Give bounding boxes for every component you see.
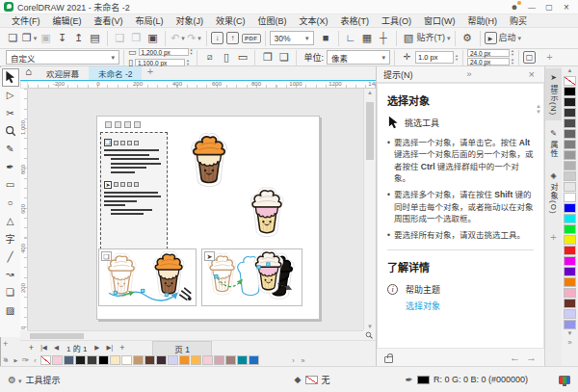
doc-swatch[interactable] [64, 355, 74, 365]
drop-shadow-tool[interactable]: ❏ [2, 283, 19, 301]
landscape-button[interactable]: ▭ [234, 49, 250, 66]
swatch[interactable] [564, 203, 576, 213]
options-gear-button[interactable]: ⚙ [460, 30, 476, 47]
cupcake-orange-artwork[interactable] [184, 132, 234, 188]
tab-welcome-screen[interactable]: 欢迎屏幕 [37, 66, 89, 80]
launch-dropdown[interactable]: 启动 [499, 30, 522, 47]
swatch[interactable] [564, 214, 576, 223]
swatch[interactable] [564, 246, 576, 255]
palette-flyout-button[interactable]: » [2, 357, 11, 364]
ruler-origin-corner[interactable] [20, 81, 28, 89]
units-select[interactable]: 像素 [327, 50, 390, 65]
minimize-button[interactable]: — [524, 1, 539, 13]
menu-buy[interactable]: 购买 [504, 14, 533, 27]
menu-text[interactable]: 文本(X) [294, 14, 334, 27]
dup-y-stepper[interactable]: ▲▼ [511, 58, 514, 65]
vertical-scroll-thumb[interactable] [366, 102, 374, 160]
swatch[interactable] [564, 299, 576, 308]
menu-tools[interactable]: 工具(O) [376, 14, 417, 27]
doc-swatch[interactable] [98, 355, 109, 365]
docker-tab-properties[interactable]: ✎ 属性 [545, 124, 562, 163]
doc-swatch[interactable] [87, 355, 97, 365]
open-from-cloud-button[interactable]: ↧ [54, 30, 70, 47]
open-button[interactable]: ❐ [21, 30, 38, 47]
eyedropper-icon[interactable]: ✑ [21, 355, 30, 365]
duplicate-y-field[interactable]: 24.0 px [467, 58, 510, 65]
rectangle-tool[interactable]: ▭ [2, 176, 19, 195]
zoom-level-select[interactable]: 30% [270, 31, 314, 45]
horizontal-scroll-thumb[interactable] [30, 333, 84, 339]
doc-swatch[interactable] [133, 355, 144, 365]
new-document-tab-button[interactable]: + [142, 63, 158, 80]
artistic-media-tool[interactable]: ✒ [2, 158, 19, 176]
maximize-button[interactable]: ▢ [541, 1, 557, 13]
swatch[interactable] [564, 87, 576, 96]
print-button[interactable]: ▤ [87, 30, 103, 47]
new-document-button[interactable]: ❏ [5, 30, 21, 47]
palette-scroll-right[interactable]: › [289, 357, 298, 364]
outline-color-swatch[interactable] [417, 376, 430, 384]
menu-edit[interactable]: 编辑(E) [47, 14, 88, 27]
document-color-settings-icon[interactable] [559, 376, 570, 384]
palette-scroll-up[interactable]: ▲ [567, 66, 573, 75]
scroll-down-arrow[interactable]: ▼ [364, 324, 376, 329]
snap-to-dropdown[interactable]: 贴齐(T) [417, 30, 451, 47]
doc-swatch[interactable] [202, 355, 213, 365]
swatch-none[interactable] [564, 76, 576, 86]
previous-page-button[interactable]: ◀ [51, 342, 62, 353]
vertical-scrollbar[interactable]: ▲ ▼ [363, 89, 375, 330]
grid-toggle-button[interactable]: ▦ [359, 30, 376, 47]
close-docker-icon[interactable]: × [526, 68, 538, 80]
swatch[interactable] [564, 97, 576, 107]
width-stepper[interactable]: ▲▼ [190, 48, 194, 55]
doc-swatch[interactable] [52, 355, 63, 365]
rulers-toggle-button[interactable]: ∟ [343, 30, 359, 47]
undock-icon[interactable]: » [464, 69, 475, 79]
fullscreen-preview-button[interactable]: ■ [318, 30, 334, 47]
palette-arrow-icon[interactable]: ▶ [12, 357, 20, 363]
menu-bitmaps[interactable]: 位图(B) [252, 14, 293, 27]
height-stepper[interactable]: ▲▼ [186, 59, 190, 65]
scroll-up-arrow[interactable]: ▲ [364, 90, 376, 95]
swatch[interactable] [564, 256, 576, 266]
palette-overflow[interactable]: » [567, 338, 571, 347]
swatch[interactable] [564, 150, 576, 160]
swatch[interactable] [564, 140, 576, 149]
text-tool[interactable]: 字 [2, 229, 19, 248]
doc-swatch[interactable] [75, 355, 86, 365]
docker-tab-hints[interactable]: ➤ 提示(N) [545, 68, 562, 120]
cupcake-pink-artwork[interactable] [244, 186, 290, 238]
hint-back-button[interactable]: ← [510, 352, 520, 363]
next-page-button[interactable]: ▶ [92, 342, 102, 353]
all-pages-button[interactable]: ❐ [259, 49, 276, 66]
doc-swatch[interactable] [168, 355, 178, 365]
swatch[interactable] [564, 267, 576, 276]
customize-toolbox-button[interactable]: + [3, 339, 8, 349]
swatch[interactable] [564, 118, 576, 128]
docker-scroll-arrow[interactable]: ▲▼ [536, 103, 541, 115]
doc-swatch[interactable] [237, 355, 248, 365]
menu-table[interactable]: 表格(T) [335, 14, 376, 27]
doc-swatch[interactable] [214, 355, 224, 365]
launch-icon[interactable]: ▶ [485, 32, 497, 44]
tab-untitled-2[interactable]: 未命名 -2 [89, 66, 142, 80]
doc-swatch-none[interactable] [40, 355, 51, 365]
drawing-canvas[interactable]: ❏ ➤ ❏ [28, 89, 363, 330]
document-page[interactable]: ❏ ➤ ❏ [96, 116, 320, 320]
undo-button[interactable]: ↶ [170, 30, 186, 47]
swatch[interactable] [564, 182, 576, 192]
crop-tool[interactable]: ✂ [2, 104, 19, 122]
add-docker-button[interactable]: + [550, 231, 556, 243]
shape-tool[interactable]: ▷ [2, 87, 19, 105]
page-width-field[interactable]: 1,200.0 px [139, 48, 189, 56]
doc-swatch[interactable] [191, 355, 201, 365]
page-1-tab[interactable]: 页 1 [152, 341, 212, 355]
doc-swatch[interactable] [225, 355, 236, 365]
zoom-area-button[interactable] [363, 330, 375, 340]
docker-tab-objects[interactable]: ◈ 对象(O) [545, 167, 562, 220]
swatch[interactable] [564, 288, 576, 298]
horizontal-scrollbar[interactable] [28, 330, 363, 340]
palette-overflow-button[interactable]: » [299, 357, 307, 364]
ellipse-tool[interactable]: ○ [2, 194, 19, 212]
first-page-button[interactable]: |◀ [39, 342, 49, 353]
